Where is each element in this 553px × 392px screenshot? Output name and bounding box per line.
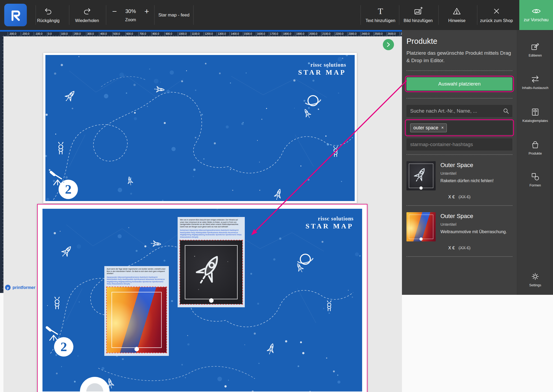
product-search — [406, 105, 512, 117]
dotted-divider — [406, 256, 512, 257]
tag-filter-field[interactable]: outer space × — [406, 121, 512, 135]
rail-item-produkte[interactable]: Produkte — [517, 139, 553, 157]
rail-item-settings[interactable]: Settings — [517, 270, 553, 289]
exchange-arrows-icon — [531, 75, 540, 84]
add-image-button[interactable]: Bild hinzufügen — [404, 0, 432, 30]
ruler-tick: 100.0 — [60, 32, 68, 36]
photo-frame — [112, 292, 162, 348]
place-selection-button[interactable]: Auswahl platzieren — [406, 77, 512, 91]
product-thumbnail-lava[interactable] — [406, 212, 436, 241]
product-price: X € — [448, 195, 455, 199]
horizontal-ruler: -300.0-200.0-100.00.0100.0200.0300.0400.… — [3, 32, 402, 36]
ruler-tick: 2000.0 — [308, 32, 318, 36]
telescope-icon — [51, 172, 62, 185]
product-description: Weltraummotive mit Überraschung. — [440, 229, 507, 234]
ruler-tick: 2300.0 — [347, 32, 357, 36]
zoom-controls: − 30% + Zoom — [111, 0, 150, 30]
star-map-poster-2[interactable]: rissc solutions STAR MAP Wer uns in unse… — [42, 209, 362, 391]
product-card-lava[interactable]: Outer Space Untertitel Weltraummotive mi… — [406, 212, 512, 241]
ruler-tick: 600.0 — [125, 32, 133, 36]
undo-icon — [44, 7, 53, 15]
product-thumbnail-rocket[interactable] — [406, 161, 436, 190]
shapes-icon — [531, 172, 540, 181]
ruler-tick: 800.0 — [151, 32, 159, 36]
hints-button[interactable]: Hinweise — [448, 0, 466, 30]
chevron-right-icon — [386, 42, 391, 47]
add-text-button[interactable]: T Text hinzufügen — [366, 0, 395, 30]
star-map-poster-1[interactable]: rissc solutions STAR MAP — [45, 55, 355, 201]
toolbar-separator — [477, 5, 477, 25]
hashtag-container-field[interactable]: starmap-container-hashtags — [406, 138, 512, 151]
placed-image-rocket[interactable] — [180, 240, 242, 304]
remove-tag-icon[interactable]: × — [441, 126, 444, 130]
text-icon: T — [378, 7, 383, 15]
rocket-icon — [303, 108, 312, 119]
back-to-shop-button[interactable]: zurück zum Shop — [480, 0, 513, 30]
add-image-label: Bild hinzufügen — [404, 18, 432, 23]
product-price: X € — [448, 246, 455, 250]
product-old-price: (XX €) — [458, 195, 470, 199]
toolbar-separator — [36, 5, 36, 25]
search-input[interactable] — [406, 105, 512, 117]
zoom-out-button[interactable]: − — [111, 8, 118, 15]
poster-brand-block: rissc solutions STAR MAP — [298, 62, 346, 76]
ruler-tick: 300.0 — [86, 32, 94, 36]
document-name: Star map - feed — [158, 0, 189, 30]
ruler-tick: 2400.0 — [360, 32, 370, 36]
product-price-row: X € (XX €) — [406, 195, 512, 199]
placed-image-lava[interactable] — [107, 287, 166, 353]
ruler-tick: 700.0 — [138, 32, 146, 36]
products-panel: Produkte Platziere das gewünschte Produk… — [402, 30, 517, 295]
product-card-rocket[interactable]: Outer Space Untertitel Raketen dürfen ni… — [406, 161, 512, 190]
dotted-divider — [406, 70, 512, 71]
printformer-logo[interactable] — [4, 4, 27, 26]
poster-page-1[interactable]: rissc solutions STAR MAP — [43, 53, 357, 203]
filter-tag-chip[interactable]: outer space × — [410, 123, 447, 132]
product-name: Outer Space — [440, 162, 494, 169]
placed-product-lava[interactable]: Auch wenn die Tage wieder regnerischer u… — [104, 266, 169, 356]
zoom-value: 30% — [125, 8, 136, 14]
zoom-in-button[interactable]: + — [143, 8, 150, 15]
add-text-label: Text hinzufügen — [366, 18, 395, 23]
alien-icon — [59, 142, 63, 154]
placed-product-text: Auch wenn die Tage wieder regnerischer u… — [107, 268, 166, 275]
alien-icon — [334, 147, 338, 157]
poster-brand: rissc solutions — [298, 62, 346, 68]
ruler-corner — [0, 32, 3, 36]
rail-item-formen[interactable]: Formen — [517, 171, 553, 189]
rissc-logo-dot — [419, 186, 423, 190]
poster-page-2-selected[interactable]: rissc solutions STAR MAP Wer uns in unse… — [37, 204, 367, 392]
ruler-tick: 200.0 — [73, 32, 81, 36]
ruler-tick: 1700.0 — [269, 32, 278, 36]
ruler-tick: 500.0 — [112, 32, 120, 36]
rail-item-katalogtemplates[interactable]: Katalogtemplates — [517, 106, 553, 124]
chalk-rocket-drawing — [180, 240, 241, 304]
placed-product-hashtags: #universum #spaceship #discoveringnewdim… — [180, 229, 242, 238]
rocket-icon — [273, 188, 283, 201]
ruler-tick: 1400.0 — [230, 32, 239, 36]
rissc-logo-dot — [209, 298, 213, 303]
warning-icon — [453, 7, 461, 15]
ruler-tick: 2600.0 — [387, 32, 396, 36]
dotted-divider — [406, 205, 512, 206]
rail-item-inhalts-austausch[interactable]: Inhalts-Austausch — [517, 73, 553, 91]
poster-brand: rissc solutions — [306, 216, 354, 222]
toolbar-separator — [399, 5, 399, 25]
ruler-tick: 1900.0 — [295, 32, 304, 36]
preview-button[interactable]: zur Vorschau — [519, 0, 553, 30]
image-icon — [414, 7, 423, 15]
sidebar-collapse-button[interactable] — [383, 39, 394, 50]
undo-button[interactable]: Rückgängig — [37, 0, 60, 30]
product-description: Raketen dürfen nicht fehlen! — [440, 178, 494, 183]
ruler-tick: 1100.0 — [191, 32, 200, 36]
rail-item-editieren[interactable]: Editieren — [517, 41, 553, 59]
redo-button[interactable]: Wiederholen — [75, 0, 99, 30]
planet-icon — [298, 254, 313, 264]
rocket-icon — [60, 244, 74, 258]
placed-product-rocket[interactable]: Wer uns in unserem Büro besucht kann ein… — [178, 217, 245, 307]
ruler-tick: -300.0 — [8, 32, 16, 36]
placed-product-text: Wer uns in unserem Büro besucht kann ein… — [180, 219, 242, 228]
search-icon[interactable] — [503, 108, 509, 114]
rocket-icon — [266, 343, 276, 355]
scroll-indicator — [0, 30, 402, 32]
